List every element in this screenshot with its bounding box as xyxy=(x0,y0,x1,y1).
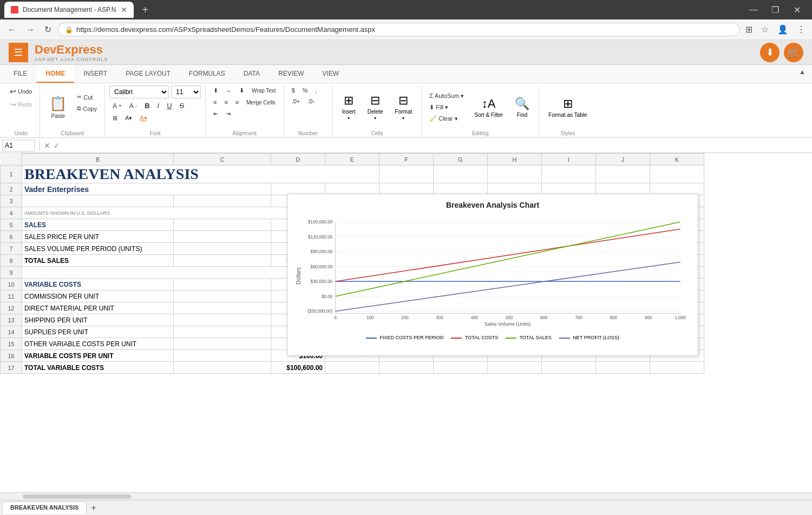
fill-color-button[interactable]: A▾ xyxy=(122,113,135,123)
minimize-button[interactable]: — xyxy=(743,2,764,18)
merge-cells-button[interactable]: Merge Cells xyxy=(243,98,278,107)
cell-b12[interactable]: DIRECT MATERIAL PER UNIT xyxy=(22,302,174,314)
address-bar[interactable]: 🔒 https://demos.devexpress.com/ASPxSprea… xyxy=(58,23,740,36)
add-sheet-button[interactable]: + xyxy=(87,501,100,515)
formula-input[interactable] xyxy=(62,141,810,149)
scrollbar-thumb[interactable] xyxy=(23,494,131,499)
decrease-indent-button[interactable]: ⇤ xyxy=(210,109,221,119)
confirm-formula-button[interactable]: ✓ xyxy=(54,141,60,150)
cell-b7[interactable]: SALES VOLUME PER PERIOD (UNITS) xyxy=(22,243,174,255)
tab-view[interactable]: VIEW xyxy=(313,65,348,83)
cell-b11[interactable]: COMMISSION PER UNIT xyxy=(22,290,174,302)
cell-c12[interactable] xyxy=(174,302,271,314)
cut-button[interactable]: ✂ Cut xyxy=(74,92,100,102)
align-bottom-button[interactable]: ⬇ xyxy=(236,85,247,96)
cell-k1[interactable] xyxy=(650,166,704,183)
cell-b17[interactable]: TOTAL VARIABLE COSTS xyxy=(22,362,174,374)
cell-d17[interactable]: $100,600.00 xyxy=(271,362,325,374)
col-header-c[interactable]: C xyxy=(174,154,271,166)
new-tab-button[interactable]: + xyxy=(138,4,153,16)
profile-icon[interactable]: 👤 xyxy=(775,22,790,37)
cell-b4[interactable]: AMOUNTS SHOWN IN U.S. DOLLARS xyxy=(22,207,325,219)
close-button[interactable]: ✕ xyxy=(786,2,808,18)
percent-button[interactable]: % xyxy=(299,85,311,95)
col-header-b[interactable]: B xyxy=(22,154,174,166)
forward-button[interactable]: → xyxy=(23,23,38,37)
accounting-button[interactable]: $ xyxy=(289,85,298,95)
cell-h17[interactable] xyxy=(488,362,542,374)
cell-c8[interactable] xyxy=(174,255,271,267)
borders-button[interactable]: ⊞ xyxy=(109,113,121,123)
sheet-tab-breakeven[interactable]: BREAKEVEN ANALYSIS xyxy=(2,501,87,514)
insert-button[interactable]: ⊞ Insert ▾ xyxy=(337,91,361,123)
cell-b2[interactable]: Vader Enterprises xyxy=(22,183,271,195)
bold-button[interactable]: B xyxy=(141,100,153,111)
cell-b3[interactable] xyxy=(22,195,174,207)
undo-button[interactable]: ↩ Undo xyxy=(6,85,35,97)
cell-e17[interactable] xyxy=(325,362,379,374)
ribbon-collapse-button[interactable]: ▲ xyxy=(793,65,812,83)
cell-c13[interactable] xyxy=(174,314,271,326)
horizontal-scrollbar[interactable] xyxy=(0,492,812,500)
sort-filter-button[interactable]: ↕A Sort & Filter xyxy=(469,95,508,120)
cell-c15[interactable] xyxy=(174,338,271,350)
underline-button[interactable]: U xyxy=(163,100,175,111)
delete-button[interactable]: ⊟ Delete ▾ xyxy=(363,91,388,123)
cell-b6[interactable]: SALES PRICE PER UNIT xyxy=(22,231,174,243)
cell-i1[interactable] xyxy=(542,166,596,183)
cell-k17[interactable] xyxy=(650,362,704,374)
align-top-button[interactable]: ⬆ xyxy=(210,85,221,96)
extensions-icon[interactable]: ⊞ xyxy=(743,22,755,37)
comma-button[interactable]: , xyxy=(312,85,320,95)
cell-c11[interactable] xyxy=(174,290,271,302)
refresh-button[interactable]: ↻ xyxy=(41,22,55,37)
format-as-table-button[interactable]: ⊞ Format as Table xyxy=(543,95,592,120)
cancel-formula-button[interactable]: ✕ xyxy=(44,141,50,150)
cell-i17[interactable] xyxy=(542,362,596,374)
cell-b16[interactable]: VARIABLE COSTS PER UNIT xyxy=(22,350,174,362)
align-right-button[interactable]: ≡ xyxy=(232,97,242,107)
maximize-button[interactable]: ❐ xyxy=(764,2,786,18)
hamburger-button[interactable]: ☰ xyxy=(9,43,28,62)
wrap-text-button[interactable]: Wrap Text xyxy=(248,86,279,95)
tab-review[interactable]: REVIEW xyxy=(269,65,313,83)
col-header-k[interactable]: K xyxy=(650,154,704,166)
cell-g1[interactable] xyxy=(434,166,488,183)
cell-f1[interactable] xyxy=(379,166,434,183)
cell-b5[interactable]: SALES xyxy=(22,219,174,231)
tab-close-button[interactable]: ✕ xyxy=(121,5,127,14)
cell-j17[interactable] xyxy=(596,362,650,374)
paste-button[interactable]: 📋 Paste xyxy=(44,93,71,122)
align-middle-button[interactable]: ↔ xyxy=(222,86,235,96)
cell-c16[interactable] xyxy=(174,350,271,362)
tab-file[interactable]: FILE xyxy=(4,65,36,83)
autosum-button[interactable]: Σ AutoSum ▾ xyxy=(426,91,467,101)
tab-page-layout[interactable]: PAGE LAYOUT xyxy=(116,65,180,83)
cell-c17[interactable] xyxy=(174,362,271,374)
cell-ref-input[interactable] xyxy=(2,140,35,151)
back-button[interactable]: ← xyxy=(4,23,19,37)
cell-b10[interactable]: VARIABLE COSTS xyxy=(22,279,174,290)
cell-f17[interactable] xyxy=(379,362,434,374)
col-header-i[interactable]: I xyxy=(542,154,596,166)
decrease-decimal-button[interactable]: .0- xyxy=(304,96,318,106)
font-family-select[interactable]: Calibri xyxy=(109,85,169,98)
strikethrough-button[interactable]: S xyxy=(176,100,188,111)
tab-formulas[interactable]: FORMULAS xyxy=(180,65,234,83)
font-color-button[interactable]: A▾ xyxy=(136,113,150,123)
find-button[interactable]: 🔍 Find xyxy=(510,95,534,120)
cell-c3[interactable] xyxy=(174,195,271,207)
cell-c14[interactable] xyxy=(174,326,271,338)
browser-tab[interactable]: Document Management - ASP.N ✕ xyxy=(4,2,134,18)
cell-c5[interactable] xyxy=(174,219,271,231)
cell-h1[interactable] xyxy=(488,166,542,183)
col-header-g[interactable]: G xyxy=(434,154,488,166)
increase-decimal-button[interactable]: .0+ xyxy=(289,96,304,106)
cart-button[interactable]: 🛒 xyxy=(784,43,803,62)
col-header-d[interactable]: D xyxy=(271,154,325,166)
tab-insert[interactable]: INSERT xyxy=(74,65,116,83)
align-left-button[interactable]: ≡ xyxy=(210,97,220,107)
cell-b13[interactable]: SHIPPING PER UNIT xyxy=(22,314,174,326)
clear-button[interactable]: 🧹 Clear ▾ xyxy=(426,114,467,124)
col-header-f[interactable]: F xyxy=(379,154,434,166)
